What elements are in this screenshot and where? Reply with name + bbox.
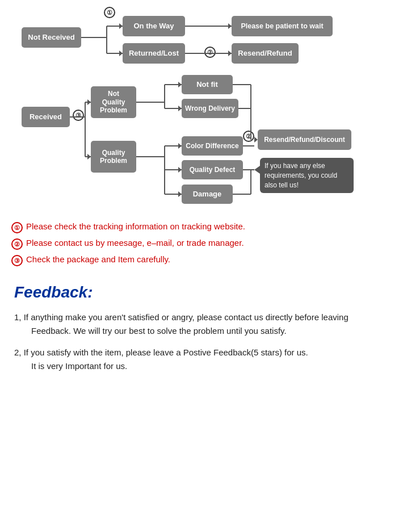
feedback-title: Feedback:	[14, 283, 389, 301]
note-text-3: Check the package and Item carefully.	[26, 254, 170, 264]
flowchart: ① Not Received On the Way Returned/Lost …	[11, 6, 392, 216]
box-returned-lost: Returned/Lost	[123, 43, 185, 64]
box-quality-defect: Quality Defect	[182, 160, 243, 179]
box-not-fit: Not fit	[182, 75, 233, 94]
feedback-item-1: 1, If anything make you aren't satisfied…	[14, 311, 389, 338]
note-num-1: ①	[11, 222, 23, 233]
box-color-diff: Color Difference	[182, 136, 243, 156]
feedback-text-2: If you satisfy with the item, please lea…	[24, 347, 308, 357]
feedback-item-2: 2, If you satisfy with the item, please …	[14, 346, 389, 373]
note-text-1: Please check the tracking information on…	[26, 221, 245, 231]
feedback-indent-1: Feedback. We will try our best to solve …	[14, 324, 389, 338]
circle-2-top: ②	[204, 47, 216, 58]
box-not-received: Not Received	[22, 27, 81, 48]
box-on-the-way: On the Way	[123, 16, 185, 36]
box-received: Received	[22, 107, 70, 127]
box-resend-refund-top: Resend/Refund	[232, 43, 299, 64]
feedback-label-1: 1,	[14, 312, 24, 322]
circle-3: ③	[73, 110, 84, 121]
note-text-2: Please contact us by meesage, e–mail, or…	[26, 238, 244, 248]
box-damage: Damage	[182, 185, 233, 204]
box-quality-problem: Quality Problem	[91, 141, 136, 173]
box-resend-refund-discount: Resend/Refund/Discount	[258, 129, 351, 150]
box-please-wait: Please be patient to wait	[232, 16, 333, 36]
note-num-2: ②	[11, 238, 23, 250]
note-num-3: ③	[11, 255, 23, 266]
circle-1: ①	[104, 7, 115, 18]
feedback-section: Feedback: 1, If anything make you aren't…	[11, 283, 392, 373]
notes-section: ① Please check the tracking information …	[11, 221, 392, 266]
feedback-indent-2: It is very Important for us.	[14, 359, 389, 373]
note-1: ① Please check the tracking information …	[11, 221, 392, 233]
tooltip-box: If you have any else requirements, you c…	[260, 158, 354, 193]
circle-2-mid: ②	[243, 131, 254, 142]
note-2: ② Please contact us by meesage, e–mail, …	[11, 238, 392, 250]
feedback-label-2: 2,	[14, 347, 24, 357]
box-not-quality: Not Quality Problem	[91, 86, 136, 118]
feedback-text-1: If anything make you aren't satisfied or…	[24, 312, 349, 322]
box-wrong-delivery: Wrong Delivery	[182, 99, 238, 118]
note-3: ③ Check the package and Item carefully.	[11, 254, 392, 266]
